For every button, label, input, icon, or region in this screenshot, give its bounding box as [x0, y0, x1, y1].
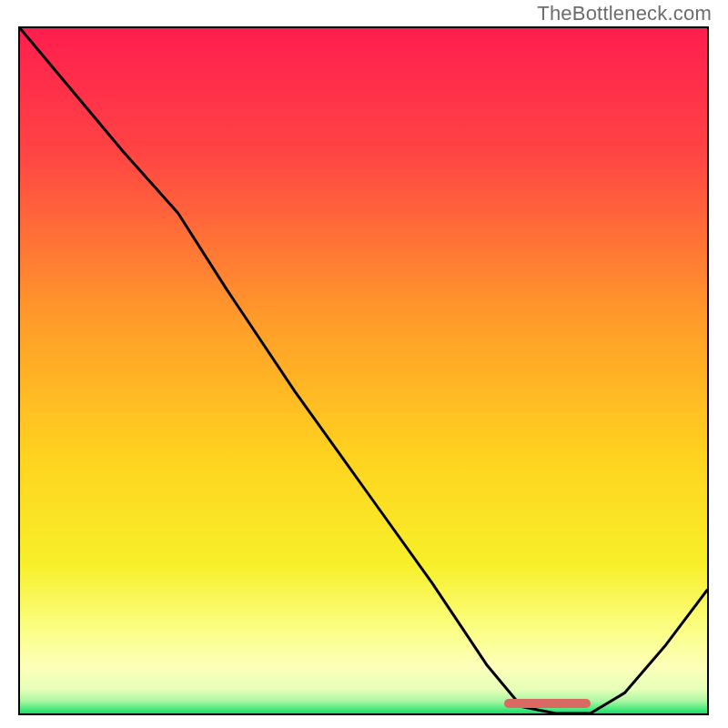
plot-frame [18, 26, 709, 715]
bottleneck-curve-line [20, 28, 707, 713]
optimal-range-marker [504, 699, 590, 708]
watermark-text: TheBottleneck.com [537, 2, 712, 25]
chart-stage: TheBottleneck.com [0, 0, 728, 728]
